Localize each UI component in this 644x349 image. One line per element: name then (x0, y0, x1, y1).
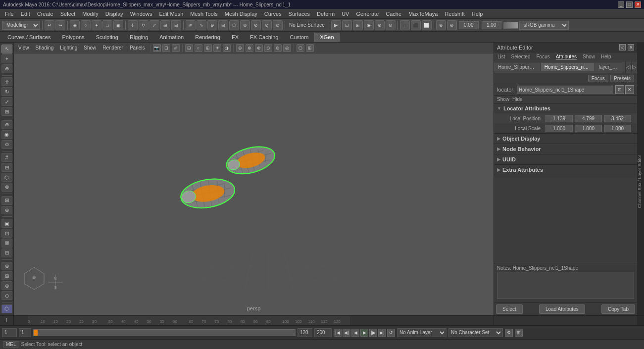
char-set-select[interactable]: No Character Set (448, 328, 503, 337)
menu-select[interactable]: Select (57, 10, 79, 18)
menu-create[interactable]: Create (34, 10, 56, 18)
play-back-btn[interactable]: ◀ (351, 329, 359, 337)
tab-curves-surfaces[interactable]: Curves / Surfaces (2, 33, 56, 42)
node-tab-3[interactable]: layer_Home_ (595, 63, 625, 71)
tool-btn-5[interactable]: ⊞ (160, 20, 170, 30)
go-start-btn[interactable]: |◀ (334, 329, 342, 337)
lasso-tool-btn[interactable]: ⌖ (1, 54, 12, 63)
attr-tab-list[interactable]: List (496, 53, 507, 60)
tool-btn-render-6[interactable]: ⊜ (386, 20, 396, 30)
select-btn[interactable]: Select (496, 304, 523, 314)
locator-clear-btn[interactable]: ✕ (625, 85, 634, 94)
tool-btn-misc-2[interactable]: ⬛ (411, 20, 421, 30)
node-tab-next[interactable]: ▷ (631, 61, 637, 73)
view-cube[interactable]: ⊕ N S (22, 265, 63, 291)
locator-input[interactable] (517, 86, 613, 94)
view-cube-btn[interactable]: ⊞ (1, 196, 12, 205)
tool-btn-snap-10[interactable]: ⊚ (273, 20, 283, 30)
tool-btn-render-3[interactable]: ⊞ (353, 20, 363, 30)
right-edge-panel[interactable]: Channel Box / Layer Editor (637, 43, 644, 315)
transform-tool-btn[interactable]: ⊞ (1, 107, 12, 116)
attr-tab-show[interactable]: Show (581, 53, 596, 60)
menu-edit[interactable]: Edit (18, 10, 33, 18)
attr-tab-attributes[interactable]: Attributes (554, 53, 578, 60)
local-scale-x[interactable]: 1.000 (545, 125, 573, 132)
menu-help[interactable]: Help (469, 10, 486, 18)
paint-sel-btn[interactable]: ⊙ (1, 140, 12, 149)
vp-lighting-menu[interactable]: Lighting (57, 45, 80, 51)
vp-res-btn[interactable]: ⊕ (236, 44, 244, 52)
local-scale-y[interactable]: 1.000 (575, 125, 602, 132)
current-frame-input[interactable] (2, 328, 17, 337)
vp-shading-menu[interactable]: Shading (33, 45, 56, 51)
vp-cam-btn[interactable]: 📷 (153, 44, 161, 52)
mode-selector[interactable]: Modeling Rigging Animation FX Rendering (2, 21, 40, 30)
left-extra-3[interactable]: ⊛ (1, 281, 12, 290)
tool-btn-move[interactable]: ✛ (128, 20, 138, 30)
viewport-canvas[interactable]: ⊕ N S persp (14, 53, 494, 315)
range-start-input[interactable] (19, 328, 31, 337)
loop-btn[interactable]: ↺ (387, 329, 395, 337)
anim-settings-btn[interactable]: ⚙ (505, 329, 513, 337)
menu-mesh-display[interactable]: Mesh Display (222, 10, 260, 18)
tool-btn-rotate[interactable]: ↻ (139, 20, 149, 30)
vp-wireframe-btn[interactable]: ⊟ (185, 44, 193, 52)
tool-btn-render-4[interactable]: ◉ (364, 20, 374, 30)
menu-surfaces[interactable]: Surfaces (286, 10, 313, 18)
tab-custom[interactable]: Custom (285, 33, 314, 42)
tab-animation[interactable]: Animation (154, 33, 189, 42)
anim-extra-btn[interactable]: ⊞ (515, 329, 523, 337)
menu-cache[interactable]: Cache (383, 10, 404, 18)
attr-tab-focus[interactable]: Focus (535, 53, 551, 60)
minimize-btn[interactable]: _ (618, 1, 624, 8)
range-end-input[interactable] (297, 328, 312, 337)
sculpt-btn[interactable]: ◉ (1, 130, 12, 139)
tool-btn-snap-grid[interactable]: # (186, 20, 196, 30)
node-tab-2[interactable]: Home_Slippers_ncl1_1Shape (541, 63, 595, 71)
menu-redshift[interactable]: Redshift (442, 10, 467, 18)
rotate-tool-btn[interactable]: ↻ (1, 87, 12, 96)
vp-mo-btn[interactable]: ⊚ (274, 44, 282, 52)
channel-box-label[interactable]: Channel Box / Layer Editor (637, 155, 642, 208)
locator-attributes-header[interactable]: ▼ Locator Attributes (494, 103, 637, 113)
menu-uv[interactable]: UV (339, 10, 352, 18)
tab-fx[interactable]: FX (226, 33, 244, 42)
step-fwd-btn[interactable]: |▶ (369, 329, 377, 337)
window-controls[interactable]: _ □ ✕ (618, 1, 641, 8)
vp-iso-btn[interactable]: ⬡ (297, 44, 304, 52)
tool-btn-misc-5[interactable]: ⊖ (447, 20, 457, 30)
maximize-btn[interactable]: □ (626, 1, 633, 8)
color-space-selector[interactable]: sRGB gamma (519, 21, 569, 30)
vp-light-btn[interactable]: ☀ (213, 44, 221, 52)
left-misc-2[interactable]: ⊡ (1, 229, 12, 238)
move-tool-btn[interactable]: ✛ (1, 77, 12, 86)
close-btn[interactable]: ✕ (635, 1, 641, 8)
local-pos-z[interactable]: 3.452 (604, 115, 631, 122)
vp-film-btn[interactable]: ⊡ (162, 44, 170, 52)
uuid-header[interactable]: ▶ UUID (494, 154, 637, 164)
tool-btn-snap-view[interactable]: ⊞ (218, 20, 228, 30)
tab-xgen[interactable]: XGen (314, 33, 339, 42)
tool-btn-misc-4[interactable]: ⊕ (436, 20, 446, 30)
tool-btn-scale[interactable]: ⤢ (149, 20, 159, 30)
timeline-track[interactable]: 5 10 15 20 25 30 35 40 45 50 55 60 65 70… (28, 316, 350, 325)
tab-rigging[interactable]: Rigging (124, 33, 153, 42)
tool-btn-lasso[interactable]: ○ (81, 20, 91, 30)
menu-file[interactable]: File (2, 10, 17, 18)
copy-tab-btn[interactable]: Copy Tab (601, 304, 635, 314)
vp-grid-btn[interactable]: # (172, 44, 180, 52)
tool-btn-snap-point[interactable]: ⊕ (207, 20, 217, 30)
left-extra-1[interactable]: ⊕ (1, 262, 12, 271)
play-fwd-btn[interactable]: ▶ (360, 329, 368, 337)
vp-shadow-btn[interactable]: ◑ (223, 44, 231, 52)
menu-edit-mesh[interactable]: Edit Mesh (156, 10, 186, 18)
attr-editor-close[interactable]: ✕ (628, 44, 634, 50)
vp-panels-menu[interactable]: Panels (127, 45, 148, 51)
tool-btn-snap-7[interactable]: ⊗ (240, 20, 250, 30)
notes-textarea[interactable] (497, 272, 634, 299)
vp-dof-btn[interactable]: ⊙ (264, 44, 272, 52)
node-tab-1[interactable]: Home_Slippers_ncl1_1 (494, 63, 541, 71)
menu-deform[interactable]: Deform (314, 10, 338, 18)
locator-pick-btn[interactable]: ⊡ (615, 85, 624, 94)
attr-editor-collapse[interactable]: ◁ (619, 44, 626, 50)
